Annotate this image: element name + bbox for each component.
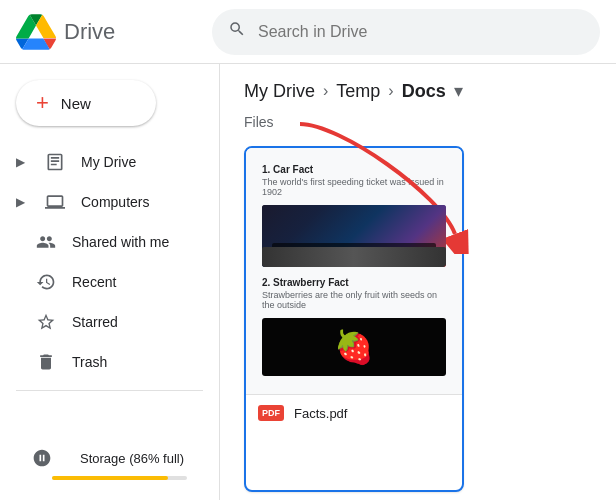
breadcrumb-my-drive[interactable]: My Drive	[244, 81, 315, 102]
pdf-icon: PDF	[258, 405, 284, 421]
files-section-label: Files	[220, 110, 616, 138]
sidebar-item-my-drive[interactable]: ▶ My Drive	[0, 142, 203, 182]
sidebar-item-shared[interactable]: Shared with me	[0, 222, 203, 262]
breadcrumb: My Drive › Temp › Docs ▾	[220, 64, 616, 110]
app-header: Drive	[0, 0, 616, 64]
fact-2-title: 2. Strawberry Fact	[262, 277, 446, 288]
sidebar-item-label: Computers	[81, 194, 149, 210]
breadcrumb-sep-1: ›	[323, 82, 328, 100]
fact-1-title: 1. Car Fact	[262, 164, 446, 175]
shared-icon	[36, 232, 56, 252]
sidebar: + New ▶ My Drive ▶ Computers Shared with…	[0, 64, 220, 500]
search-input[interactable]	[258, 23, 584, 41]
breadcrumb-sep-2: ›	[388, 82, 393, 100]
app-body: + New ▶ My Drive ▶ Computers Shared with…	[0, 64, 616, 500]
file-name: Facts.pdf	[294, 406, 347, 421]
sidebar-item-trash[interactable]: Trash	[0, 342, 203, 382]
new-button[interactable]: + New	[16, 80, 156, 126]
sidebar-item-label: Recent	[72, 274, 116, 290]
fact-1-desc: The world's first speeding ticket was is…	[262, 177, 446, 197]
files-grid: 1. Car Fact The world's first speeding t…	[220, 138, 616, 500]
breadcrumb-dropdown-icon[interactable]: ▾	[454, 80, 463, 102]
app-title: Drive	[64, 19, 115, 45]
logo-area: Drive	[16, 14, 196, 50]
new-button-label: New	[61, 95, 91, 112]
sidebar-item-label: Trash	[72, 354, 107, 370]
breadcrumb-temp[interactable]: Temp	[336, 81, 380, 102]
sidebar-item-computers[interactable]: ▶ Computers	[0, 182, 203, 222]
car-image	[262, 205, 446, 267]
starred-icon	[36, 312, 56, 332]
sidebar-item-starred[interactable]: Starred	[0, 302, 203, 342]
chevron-icon: ▶	[16, 195, 25, 209]
trash-icon	[36, 352, 56, 372]
drive-logo-icon	[16, 14, 56, 50]
storage-icon	[32, 448, 52, 468]
recent-icon	[36, 272, 56, 292]
main-content: My Drive › Temp › Docs ▾ Files	[220, 64, 616, 500]
strawberry-image: 🍓	[262, 318, 446, 376]
sidebar-item-label: Shared with me	[72, 234, 169, 250]
chevron-icon: ▶	[16, 155, 25, 169]
breadcrumb-docs[interactable]: Docs	[402, 81, 446, 102]
search-icon	[228, 20, 246, 43]
storage-label: Storage (86% full)	[80, 451, 184, 466]
my-drive-icon	[45, 152, 65, 172]
sidebar-divider	[16, 390, 203, 391]
computers-icon	[45, 192, 65, 212]
file-card-facts-pdf[interactable]: 1. Car Fact The world's first speeding t…	[244, 146, 464, 492]
file-preview: 1. Car Fact The world's first speeding t…	[246, 148, 462, 394]
sidebar-item-label: Starred	[72, 314, 118, 330]
file-footer: PDF Facts.pdf	[246, 394, 462, 431]
sidebar-item-label: My Drive	[81, 154, 136, 170]
new-plus-icon: +	[36, 92, 49, 114]
sidebar-item-storage[interactable]: Storage (86% full)	[0, 440, 219, 492]
fact-2-desc: Strawberries are the only fruit with see…	[262, 290, 446, 310]
sidebar-item-recent[interactable]: Recent	[0, 262, 203, 302]
search-bar[interactable]	[212, 9, 600, 55]
